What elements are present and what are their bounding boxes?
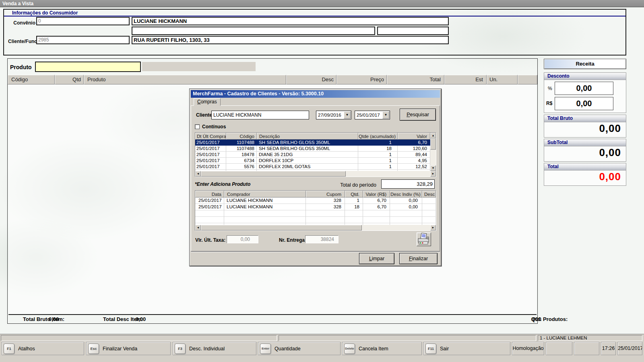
cliente-input[interactable]: LUCIANE HICKMANN <box>211 111 309 119</box>
chevron-down-icon[interactable]: ▼ <box>344 111 351 119</box>
scrollbar-track[interactable] <box>362 225 430 230</box>
customer-name-field[interactable]: LUCIANE HICKMANN <box>132 17 449 25</box>
scroll-right-icon[interactable]: ► <box>430 225 436 230</box>
column-header: Dt Últ Compra <box>195 133 226 140</box>
vlr-taxa-label: Vlr. Últ. Taxa: <box>195 237 225 243</box>
esc-key-icon: Esc <box>88 343 99 354</box>
table-row-empty <box>195 217 436 223</box>
purchases-table: Dt Últ CompraCódigoDescriçãoQtde (acumul… <box>195 132 436 177</box>
scroll-left-icon[interactable]: ◄ <box>195 225 201 230</box>
dialog-button-bar: Limpar Finalizar <box>191 251 440 265</box>
detail-horizontal-scrollbar[interactable]: ◄ ► <box>195 225 436 230</box>
scroll-up-icon[interactable]: ▲ <box>430 133 436 138</box>
scrollbar-thumb[interactable] <box>201 171 346 177</box>
purchases-vertical-scrollbar[interactable]: ▲ ▼ <box>430 133 436 171</box>
nr-entrega-field: 38824 <box>305 235 339 243</box>
f3-key-icon: F3 <box>175 343 186 354</box>
date-to-combobox[interactable]: 25/01/2017 ▼ <box>355 111 390 119</box>
total-bruto-value: 0,00 <box>599 122 621 135</box>
table-row[interactable]: 25/01/2017LUCIANE HICKMANN328186,700,00 <box>195 204 436 210</box>
status-bar: 1 - LUCIANE LEHMEN F1 Atalhos Esc Finali… <box>0 334 644 362</box>
table-row[interactable]: 25/01/20175576DORFLEX 20ML GOTAS112,52 <box>195 164 436 170</box>
table-row[interactable]: 25/01/201718478DIANE 35 21DG189,44 <box>195 152 436 158</box>
table-row-empty <box>195 223 436 225</box>
subtotal-group: SubTotal 0,00 <box>544 139 626 162</box>
print-button[interactable] <box>417 232 431 246</box>
purchases-horizontal-scrollbar[interactable]: ◄ ► <box>195 171 436 177</box>
limpar-button[interactable]: Limpar <box>359 253 394 264</box>
desconto-group: Desconto % 0,00 R$ 0,00 <box>544 72 626 113</box>
scroll-down-icon[interactable]: ▼ <box>430 165 436 171</box>
column-header: Comprador <box>224 191 306 197</box>
scrollbar-thumb[interactable] <box>201 225 362 230</box>
produto-input[interactable] <box>35 62 141 72</box>
status-segment <box>1 335 277 341</box>
customer-extra-field[interactable] <box>132 27 375 35</box>
table-row[interactable]: 25/01/20176734DORFLEX 10CP14,95 <box>195 158 436 164</box>
subtotal-value: 0,00 <box>599 146 621 159</box>
total-bruto-header: Total Bruto <box>544 115 626 122</box>
column-header: Desc Ver <box>422 191 436 197</box>
table-row[interactable]: 25/01/2017LUCIANE HICKMANN32816,700,00 <box>195 197 436 204</box>
table-row[interactable]: 25/01/20171107488SH SEDA BRILHO GLOSS 35… <box>195 140 436 146</box>
delete-key-icon: Delete <box>344 343 355 354</box>
convenio-input[interactable]: 0 <box>36 17 130 25</box>
scrollbar-track[interactable] <box>346 171 430 177</box>
customer-address-field[interactable]: RUA RUPERTI FILHO, 1303, 33 <box>132 36 449 44</box>
convenio-label: Convênio <box>8 20 35 26</box>
environment-cell: Homologação <box>512 342 544 355</box>
customer-extra-field-2[interactable] <box>377 27 449 35</box>
shortcut-f1-atalhos[interactable]: F1 Atalhos <box>2 342 84 355</box>
scrollbar-thumb[interactable] <box>430 138 436 150</box>
detail-table-header: DataCompradorCupomQtd.Valor (R$)Desc Ind… <box>195 191 436 197</box>
total-desc-item-value: 0,00 <box>136 316 146 322</box>
shortcut-esc-finalizar-venda[interactable]: Esc Finalizar Venda <box>86 342 171 355</box>
subtotal-header: SubTotal <box>544 139 626 146</box>
status-segment <box>279 335 536 341</box>
window-title: Venda a Vista <box>2 1 33 6</box>
dialog-title-bar[interactable]: MerchFarma - Cadastro de Clientes - Vers… <box>191 90 440 98</box>
cliente-func-input[interactable]: 2985 <box>36 36 130 44</box>
total-bruto-group: Total Bruto 0,00 <box>544 115 626 138</box>
column-header: Produto <box>84 75 286 84</box>
produto-label: Produto <box>10 64 32 70</box>
percent-label: % <box>548 86 552 91</box>
column-header: Preço <box>336 75 387 84</box>
chevron-down-icon[interactable]: ▼ <box>382 111 389 119</box>
tab-compras[interactable]: Compras <box>194 98 221 106</box>
continuos-checkbox[interactable] <box>195 124 200 129</box>
enter-key-icon: Enter <box>260 343 271 354</box>
shortcut-enter-quantidade[interactable]: Enter Quantidade <box>258 342 341 355</box>
column-header: Valor (R$) <box>363 191 390 197</box>
scroll-left-icon[interactable]: ◄ <box>195 171 201 177</box>
period-total-label: Total do período <box>312 182 376 188</box>
nr-entrega-label: Nr. Entrega: <box>279 237 306 243</box>
continuos-label: Contínuos <box>202 124 226 130</box>
desconto-rs-input[interactable]: 0,00 <box>555 97 613 110</box>
total-bruto-item-value: 0,00 <box>49 316 59 322</box>
shortcut-delete-cancela-item[interactable]: Delete Cancela Item <box>342 342 422 355</box>
receita-button[interactable]: Receita <box>544 59 626 69</box>
finalizar-button[interactable]: Finalizar <box>399 253 438 264</box>
table-row[interactable]: 25/01/20171107488SH SEDA BRILHO GLOSS 35… <box>195 146 436 152</box>
table-row-empty <box>195 170 436 171</box>
scroll-right-icon[interactable]: ► <box>430 171 436 177</box>
consumer-info-panel: Informações do Consumidor Convênio 0 LUC… <box>3 9 626 56</box>
detail-table: DataCompradorCupomQtd.Valor (R$)Desc Ind… <box>195 190 436 231</box>
pesquisar-button[interactable]: Pesquisar <box>400 109 436 121</box>
date-from-combobox[interactable]: 27/09/2016 ▼ <box>316 111 351 119</box>
total-value: 0,00 <box>599 171 621 183</box>
date-cell: 25/01/2017 <box>617 342 642 355</box>
printer-icon <box>417 233 430 245</box>
shortcut-f11-sair[interactable]: F11 Sair <box>423 342 510 355</box>
purchases-table-rows: 25/01/20171107488SH SEDA BRILHO GLOSS 35… <box>195 140 436 171</box>
status-user: 1 - LUCIANE LEHMEN <box>538 335 642 341</box>
qtd-produtos: Qtd. Produtos: 000 <box>531 316 533 322</box>
sale-totals-row: Total Bruto Item: 0,00 Total Desc Item: … <box>8 316 537 324</box>
sale-table-header: CódigoQtdProdutoDescPreçoTotalEstUn. <box>8 75 537 84</box>
scrollbar-track[interactable] <box>430 150 436 165</box>
desconto-percent-input[interactable]: 0,00 <box>555 82 613 95</box>
shortcut-f3-desc-individual[interactable]: F3 Desc. Individual <box>173 342 256 355</box>
column-header: Desc <box>286 75 336 84</box>
empty-cell <box>546 342 572 355</box>
